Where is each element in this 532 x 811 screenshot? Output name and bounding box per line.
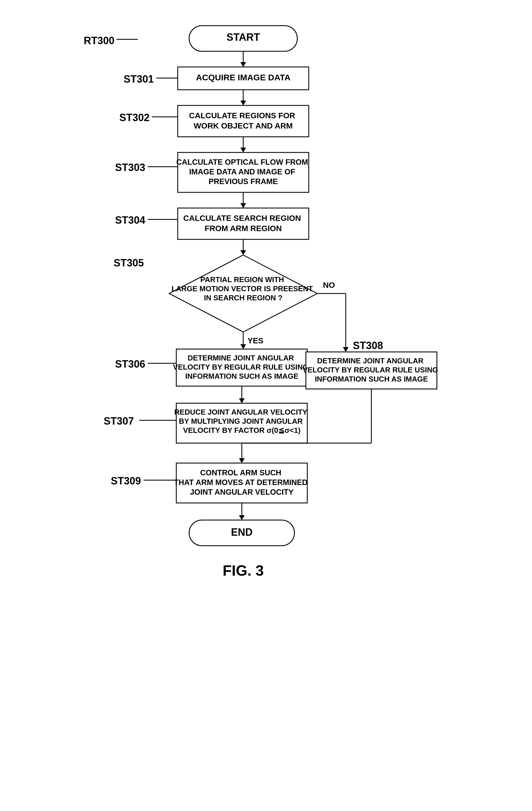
st304-label: ST304: [115, 214, 145, 226]
flowchart-svg: RT300 START ST301 ACQUIRE IMAGE DATA ST3…: [67, 17, 465, 786]
end-text: END: [231, 526, 253, 538]
svg-marker-22: [239, 398, 245, 403]
rt300-label: RT300: [84, 35, 114, 46]
determine-right-text: DETERMINE JOINT ANGULAR VELOCITY BY REGU…: [303, 356, 440, 383]
acquire-text: ACQUIRE IMAGE DATA: [196, 73, 291, 82]
st309-label: ST309: [111, 475, 141, 487]
yes-label: YES: [248, 336, 263, 345]
calc-search-box: [178, 208, 309, 239]
svg-marker-14: [240, 250, 246, 255]
st308-label: ST308: [353, 340, 383, 351]
st307-label: ST307: [104, 415, 134, 427]
fig-label: FIG. 3: [223, 562, 264, 579]
svg-marker-30: [239, 515, 245, 520]
st301-label: ST301: [124, 73, 154, 85]
svg-marker-11: [240, 203, 246, 208]
svg-marker-16: [240, 344, 246, 349]
svg-marker-8: [240, 148, 246, 152]
svg-marker-2: [240, 62, 246, 67]
svg-marker-19: [343, 347, 348, 352]
no-label: NO: [323, 281, 335, 290]
determine-left-text: DETERMINE JOINT ANGULAR VELOCITY BY REGU…: [173, 354, 311, 380]
svg-marker-27: [239, 458, 245, 463]
start-text: START: [226, 31, 260, 43]
st305-label: ST305: [114, 257, 144, 269]
reduce-text: REDUCE JOINT ANGULAR VELOCITY BY MULTIPL…: [174, 408, 309, 434]
page: RT300 START ST301 ACQUIRE IMAGE DATA ST3…: [0, 0, 532, 811]
st306-label: ST306: [115, 358, 145, 370]
calc-regions-box: [178, 105, 309, 137]
st302-label: ST302: [119, 112, 150, 123]
svg-marker-5: [240, 101, 246, 105]
st303-label: ST303: [115, 162, 145, 173]
